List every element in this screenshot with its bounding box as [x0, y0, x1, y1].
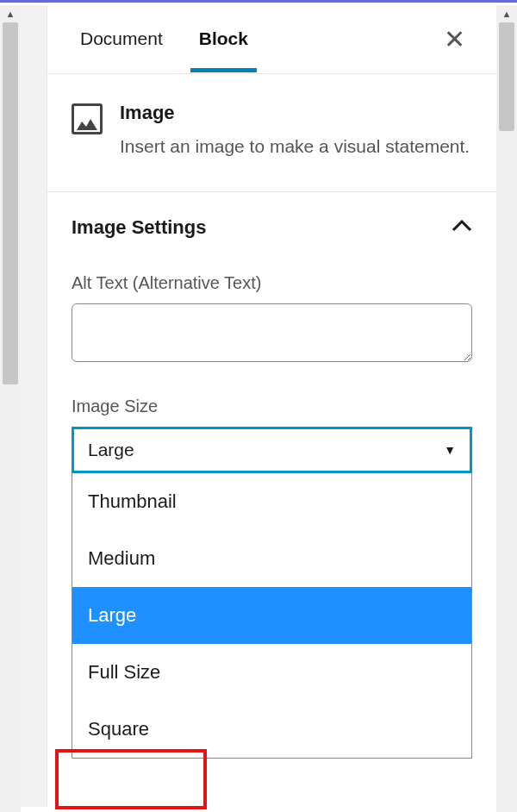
scroll-thumb[interactable]	[499, 22, 514, 131]
section-title: Image Settings	[72, 216, 206, 239]
alt-text-label: Alt Text (Alternative Text)	[72, 273, 472, 293]
tab-document[interactable]: Document	[72, 6, 171, 72]
left-scrollbar[interactable]: ▲	[0, 5, 21, 812]
inspector-tabs: Document Block ✕	[47, 5, 496, 74]
right-scrollbar[interactable]: ▲	[496, 5, 517, 812]
section-header[interactable]: Image Settings	[72, 216, 472, 239]
select-box[interactable]: Large ▼	[72, 427, 472, 473]
scroll-up-icon[interactable]: ▲	[496, 5, 517, 22]
image-size-label: Image Size	[72, 397, 472, 416]
dropdown-list: Thumbnail Medium Large Full Size Square	[72, 473, 472, 759]
image-settings-section: Image Settings Alt Text (Alternative Tex…	[47, 192, 496, 759]
chevron-up-icon	[452, 218, 472, 236]
block-inspector: Document Block ✕ Image Insert an image t…	[47, 5, 496, 807]
block-info-text: Image Insert an image to make a visual s…	[120, 102, 470, 160]
scroll-thumb[interactable]	[3, 22, 18, 384]
image-size-select[interactable]: Large ▼ Thumbnail Medium Large Full Size…	[72, 427, 472, 759]
editor-window: ▲ ▲ Document Block ✕ Image Insert an im	[0, 0, 517, 812]
option-large[interactable]: Large	[72, 587, 471, 644]
chevron-down-icon: ▼	[444, 443, 456, 457]
block-description: Insert an image to make a visual stateme…	[120, 133, 470, 160]
close-icon[interactable]: ✕	[437, 23, 472, 56]
tab-block[interactable]: Block	[190, 6, 257, 72]
image-icon	[72, 103, 103, 134]
scroll-up-icon[interactable]: ▲	[0, 5, 21, 22]
select-value: Large	[88, 440, 134, 460]
option-full-size[interactable]: Full Size	[72, 644, 471, 701]
option-medium[interactable]: Medium	[72, 530, 471, 587]
block-info-card: Image Insert an image to make a visual s…	[47, 74, 496, 192]
sidebar-panel: Document Block ✕ Image Insert an image t…	[21, 5, 496, 807]
option-square[interactable]: Square	[72, 701, 471, 758]
svg-marker-0	[77, 119, 97, 130]
option-thumbnail[interactable]: Thumbnail	[72, 473, 471, 530]
block-title: Image	[120, 102, 470, 124]
alt-text-input[interactable]	[72, 303, 472, 362]
